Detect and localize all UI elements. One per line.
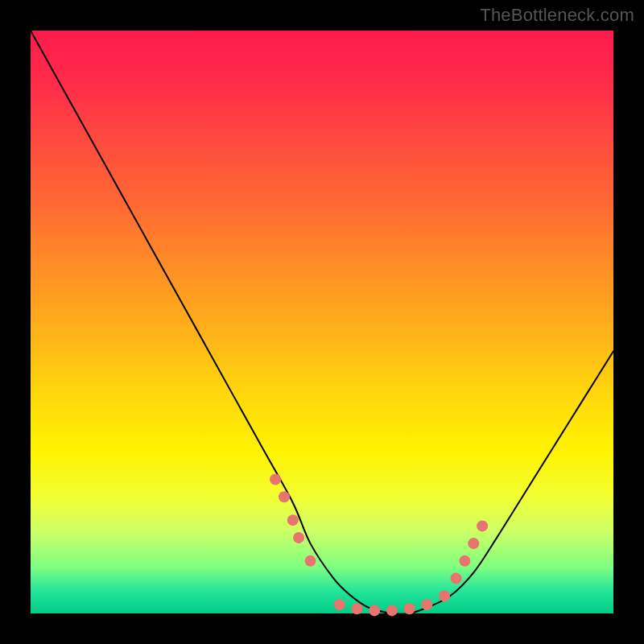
highlight-dot: [477, 520, 488, 531]
highlight-dot: [270, 473, 281, 485]
highlight-dot: [369, 605, 380, 616]
highlight-dot: [451, 573, 462, 584]
highlight-dot: [421, 599, 432, 610]
watermark-text: TheBottleneck.com: [480, 5, 634, 26]
highlight-dot: [305, 555, 316, 567]
highlight-dot: [404, 603, 415, 614]
highlight-dot: [386, 605, 398, 616]
highlight-dot: [459, 555, 470, 567]
highlight-dot: [334, 599, 345, 610]
highlight-dot: [287, 514, 299, 526]
bottleneck-curve-line: [31, 31, 613, 614]
highlight-dots-group: [270, 473, 488, 616]
highlight-dot: [439, 590, 450, 601]
highlight-dot: [468, 538, 479, 549]
chart-svg-layer: [31, 31, 613, 613]
highlight-dot: [293, 532, 304, 543]
highlight-dot: [279, 491, 290, 502]
highlight-dot: [351, 603, 362, 614]
